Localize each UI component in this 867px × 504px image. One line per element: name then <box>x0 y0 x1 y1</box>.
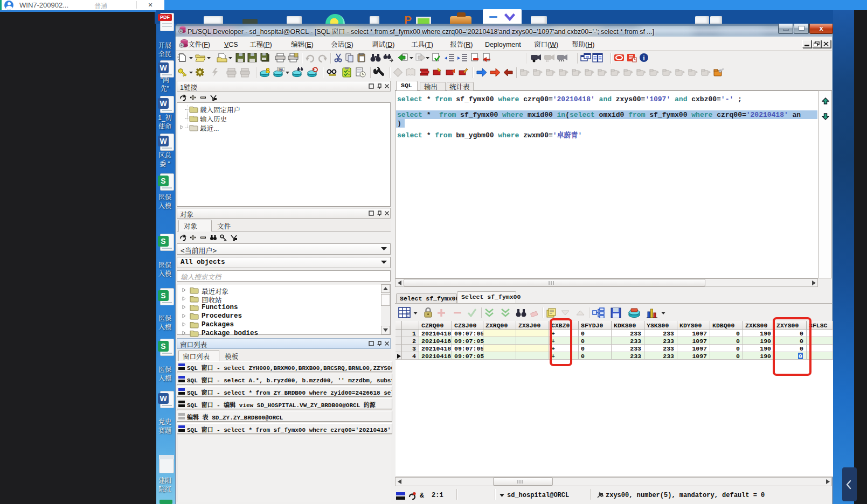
svg-text:SQL: SQL <box>279 68 285 72</box>
